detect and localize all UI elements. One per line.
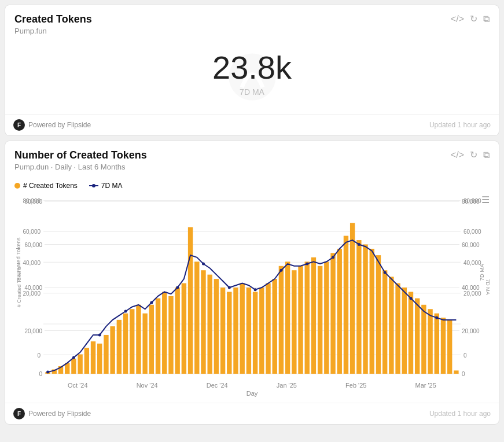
chart-canvas xyxy=(14,194,490,380)
legend-bar: # Created Tokens xyxy=(14,182,78,190)
top-card-subtitle: Pump.fun xyxy=(14,27,92,35)
legend-line-label: 7D MA xyxy=(101,182,123,190)
chart-title-group: Number of Created Tokens Pump.dun · Dail… xyxy=(14,149,147,171)
chart-refresh-icon[interactable]: ↻ xyxy=(470,149,477,160)
legend-bar-label: # Created Tokens xyxy=(23,182,78,190)
chart-card: Number of Created Tokens Pump.dun · Dail… xyxy=(5,141,499,425)
copy-icon[interactable]: ⧉ xyxy=(483,14,490,24)
powered-label-chart: Powered by Flipside xyxy=(28,410,91,418)
chart-card-footer: F Powered by Flipside Updated 1 hour ago xyxy=(5,403,499,424)
x-label-dec: Dec '24 xyxy=(207,382,228,389)
top-card-header: Created Tokens Pump.fun </> ↻ ⧉ xyxy=(5,5,499,40)
chart-card-icons: </> ↻ ⧉ xyxy=(451,149,490,160)
top-card-icons: </> ↻ ⧉ xyxy=(451,13,490,24)
chart-code-icon[interactable]: </> xyxy=(451,150,464,160)
flipside-logo-chart: F xyxy=(13,408,25,419)
legend-line-icon xyxy=(89,185,98,186)
refresh-icon[interactable]: ↻ xyxy=(470,13,477,24)
chart-subtitle: Pump.dun · Daily · Last 6 Months xyxy=(14,163,147,171)
powered-by-top: F Powered by Flipside xyxy=(13,119,91,131)
x-label-nov: Nov '24 xyxy=(137,382,158,389)
top-card-title-group: Created Tokens Pump.fun xyxy=(14,13,92,35)
chart-card-header: Number of Created Tokens Pump.dun · Dail… xyxy=(5,141,499,176)
chart-section: # Created Tokens 7D MA ☰ 80,000 60,000 4… xyxy=(5,176,499,403)
x-axis-labels: Oct '24 Nov '24 Dec '24 Jan '25 Feb '25 … xyxy=(14,380,490,389)
chart-menu-icon[interactable]: ☰ xyxy=(481,194,490,205)
updated-text-top: Updated 1 hour ago xyxy=(429,121,491,129)
metric-value: 23.8k xyxy=(212,51,292,84)
chart-area: ☰ 80,000 60,000 40,000 20,000 0 80,000 6… xyxy=(14,194,490,380)
chart-copy-icon[interactable]: ⧉ xyxy=(483,150,490,160)
powered-label-top: Powered by Flipside xyxy=(28,121,91,129)
top-card: Created Tokens Pump.fun </> ↻ ⧉ 23.8k 7D… xyxy=(5,5,499,136)
powered-by-chart: F Powered by Flipside xyxy=(13,408,91,419)
metric-section: 23.8k 7D MA xyxy=(5,40,499,114)
legend-bar-dot xyxy=(14,183,20,189)
x-label-oct: Oct '24 xyxy=(68,382,88,389)
top-card-title: Created Tokens xyxy=(14,13,92,25)
x-axis-title: Day xyxy=(14,390,490,397)
chart-legend: # Created Tokens 7D MA xyxy=(14,182,490,190)
legend-line: 7D MA xyxy=(89,182,123,190)
flipside-logo-top: F xyxy=(13,119,25,131)
code-icon[interactable]: </> xyxy=(451,14,464,24)
top-card-footer: F Powered by Flipside Updated 1 hour ago xyxy=(5,114,499,135)
metric-label: 7D MA xyxy=(240,87,264,97)
updated-text-chart: Updated 1 hour ago xyxy=(429,410,491,418)
chart-title: Number of Created Tokens xyxy=(14,149,147,161)
x-label-jan: Jan '25 xyxy=(277,382,297,389)
x-label-feb: Feb '25 xyxy=(345,382,366,389)
x-label-mar: Mar '25 xyxy=(415,382,436,389)
